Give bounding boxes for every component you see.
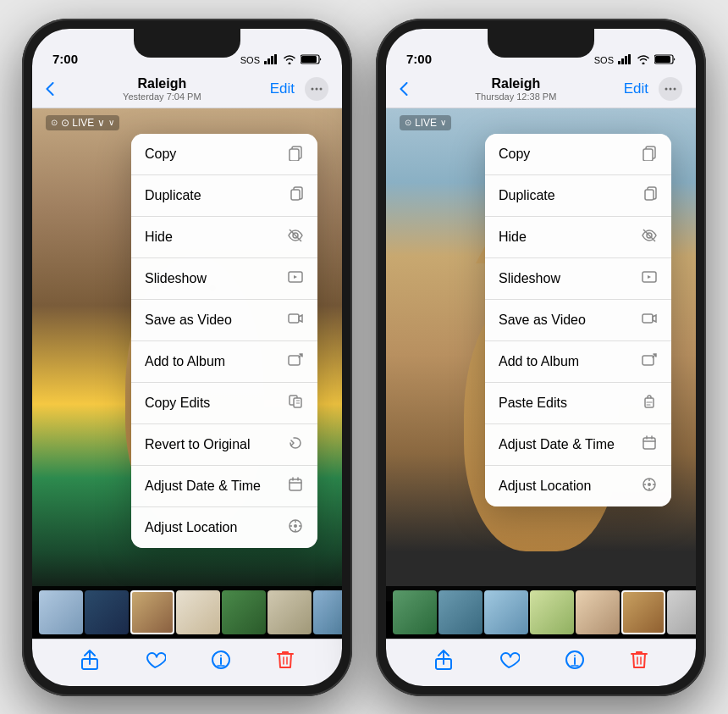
nav-bar-left: Raleigh Yesterday 7:04 PM Edit [32, 71, 342, 108]
menu-savevideo-label-right: Save as Video [499, 313, 586, 328]
menu-datetime-left[interactable]: Adjust Date & Time [131, 466, 317, 507]
svg-rect-47 [643, 314, 653, 323]
menu-location-label-left: Adjust Location [145, 520, 237, 535]
menu-addalbum-left[interactable]: Add to Album [131, 341, 317, 383]
menu-addalbum-label-left: Add to Album [145, 354, 225, 369]
signal-icon-left [264, 54, 279, 66]
svg-point-52 [648, 483, 651, 486]
favorite-button-left[interactable] [144, 650, 166, 675]
menu-slideshow-right[interactable]: Slideshow [485, 258, 671, 300]
nav-subtitle-left: Yesterday 7:04 PM [123, 91, 201, 102]
menu-pasteedits-right[interactable]: Paste Edits [485, 383, 671, 424]
menu-duplicate-left[interactable]: Duplicate [131, 175, 317, 217]
status-icons-left: SOS [240, 54, 322, 66]
menu-copyedits-label-left: Copy Edits [145, 396, 210, 411]
menu-hide-label-left: Hide [145, 230, 173, 245]
svg-point-38 [665, 88, 667, 91]
delete-button-right[interactable] [630, 649, 648, 676]
thumb-2-left[interactable] [85, 590, 129, 634]
menu-copy-left[interactable]: Copy [131, 134, 317, 175]
svg-rect-3 [274, 54, 277, 64]
more-button-left[interactable] [305, 77, 328, 101]
menu-copyedits-left[interactable]: Copy Edits [131, 383, 317, 424]
edit-button-right[interactable]: Edit [624, 80, 648, 97]
svg-rect-33 [621, 58, 624, 64]
share-button-left[interactable] [80, 649, 99, 676]
menu-location-right[interactable]: Adjust Location [485, 466, 671, 506]
svg-rect-48 [643, 356, 654, 365]
hide-icon-right [641, 227, 658, 247]
signal-icon-right [618, 54, 632, 66]
svg-rect-34 [625, 56, 627, 64]
photo-left: ⊙ ⊙ LIVE ∨ ∨ Copy Duplicate [32, 108, 342, 601]
more-button-right[interactable] [659, 77, 682, 101]
thumb-r2[interactable] [438, 590, 483, 634]
menu-savevideo-right[interactable]: Save as Video [485, 300, 671, 341]
menu-hide-label-right: Hide [499, 230, 527, 245]
edit-button-left[interactable]: Edit [270, 80, 295, 97]
menu-revert-left[interactable]: Revert to Original [131, 424, 317, 466]
menu-hide-left[interactable]: Hide [131, 217, 317, 258]
live-badge-left[interactable]: ⊙ ⊙ LIVE ∨ ∨ [46, 115, 119, 130]
svg-rect-15 [289, 314, 299, 323]
svg-point-21 [294, 524, 297, 528]
thumb-3-left[interactable] [130, 590, 174, 634]
sos-label-right: SOS [594, 55, 614, 65]
menu-duplicate-right[interactable]: Duplicate [485, 175, 671, 217]
phone-left-screen: 7:00 SOS [32, 29, 342, 686]
thumb-r3[interactable] [484, 590, 528, 634]
info-button-right[interactable] [565, 649, 585, 676]
back-button-right[interactable] [400, 82, 408, 96]
favorite-button-right[interactable] [498, 650, 520, 675]
thumb-1-left[interactable] [39, 590, 83, 634]
thumb-5-left[interactable] [222, 590, 266, 634]
scene: 7:00 SOS [5, 2, 723, 713]
location-icon-right [641, 476, 658, 496]
menu-copy-right[interactable]: Copy [485, 134, 671, 175]
nav-actions-right: Edit [624, 77, 682, 101]
thumb-r5[interactable] [576, 590, 620, 634]
menu-slideshow-label-right: Slideshow [499, 271, 560, 286]
addalbum-icon-left [287, 351, 304, 372]
info-button-left[interactable] [211, 649, 231, 676]
menu-duplicate-label-left: Duplicate [145, 188, 201, 203]
thumb-4-left[interactable] [176, 590, 220, 634]
nav-title-left: Raleigh Yesterday 7:04 PM [123, 76, 201, 102]
slideshow-icon-left [287, 268, 304, 289]
status-time-left: 7:00 [52, 52, 78, 66]
thumb-r1[interactable] [393, 590, 437, 634]
live-badge-right[interactable]: ⊙ LIVE ∨ [400, 115, 451, 130]
menu-location-left[interactable]: Adjust Location [131, 507, 317, 548]
svg-rect-35 [628, 54, 631, 64]
svg-point-40 [673, 88, 676, 91]
svg-rect-10 [290, 149, 299, 161]
svg-point-60 [574, 655, 576, 656]
thumb-6-left[interactable] [267, 590, 312, 634]
notch-right [488, 29, 594, 58]
menu-addalbum-right[interactable]: Add to Album [485, 341, 671, 383]
wifi-icon-right [637, 54, 650, 66]
menu-savevideo-left[interactable]: Save as Video [131, 300, 317, 341]
thumb-r7[interactable] [667, 590, 696, 634]
delete-button-left[interactable] [276, 649, 295, 676]
slideshow-icon-right [641, 268, 658, 289]
menu-pasteedits-label-right: Paste Edits [499, 396, 567, 411]
svg-rect-19 [290, 479, 301, 490]
duplicate-icon-left [287, 185, 304, 206]
svg-point-6 [312, 88, 314, 91]
thumb-r6[interactable] [621, 590, 665, 634]
nav-title-right: Raleigh Thursday 12:38 PM [475, 76, 556, 102]
phone-right-screen: 7:00 SOS [386, 29, 696, 686]
menu-datetime-right[interactable]: Adjust Date & Time [485, 424, 671, 466]
back-button-left[interactable] [46, 82, 54, 96]
menu-datetime-label-right: Adjust Date & Time [499, 437, 615, 452]
datetime-icon-left [287, 476, 304, 496]
copy-icon-left [287, 144, 304, 164]
share-button-right[interactable] [434, 649, 453, 676]
thumb-r4[interactable] [530, 590, 574, 634]
status-icons-right: SOS [594, 54, 676, 66]
thumb-7-left[interactable] [313, 590, 342, 634]
menu-slideshow-left[interactable]: Slideshow [131, 258, 317, 300]
menu-hide-right[interactable]: Hide [485, 217, 671, 258]
duplicate-icon-right [641, 185, 658, 206]
